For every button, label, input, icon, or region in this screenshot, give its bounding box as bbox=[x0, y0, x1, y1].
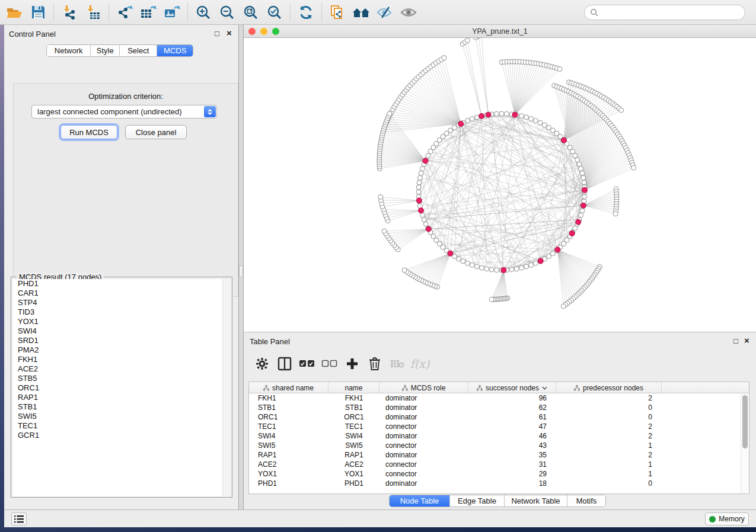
table-row[interactable]: SWI5SWI5connector431 bbox=[249, 441, 749, 450]
network-ring-node[interactable] bbox=[538, 120, 543, 125]
import-table-button[interactable] bbox=[81, 2, 105, 23]
network-window-titlebar[interactable]: YPA_prune.txt_1 bbox=[244, 25, 756, 38]
table-row[interactable]: SWI4SWI4dominator462 bbox=[249, 431, 749, 441]
mcds-result-item[interactable]: PHD1 bbox=[12, 279, 224, 289]
column-header-name[interactable]: name bbox=[328, 382, 379, 393]
network-leaf-node[interactable] bbox=[442, 56, 446, 60]
show-all-button[interactable] bbox=[397, 2, 420, 23]
mcds-list-scrollbar[interactable] bbox=[222, 279, 231, 496]
export-table-button[interactable] bbox=[136, 2, 160, 23]
network-ring-node[interactable] bbox=[582, 194, 587, 199]
network-hub-node[interactable] bbox=[448, 251, 453, 256]
network-ring-node[interactable] bbox=[504, 111, 509, 116]
vertical-splitter-grip[interactable] bbox=[239, 265, 243, 277]
network-ring-node[interactable] bbox=[519, 265, 524, 270]
network-ring-node[interactable] bbox=[524, 115, 529, 120]
network-hub-node[interactable] bbox=[512, 112, 518, 117]
network-hub-node[interactable] bbox=[423, 158, 428, 164]
export-image-button[interactable] bbox=[160, 2, 184, 23]
network-hub-node[interactable] bbox=[576, 219, 581, 225]
tab-edge-table[interactable]: Edge Table bbox=[450, 495, 505, 507]
network-hub-node[interactable] bbox=[555, 247, 560, 252]
network-ring-node[interactable] bbox=[524, 264, 529, 269]
network-ring-node[interactable] bbox=[577, 162, 582, 166]
column-header-shared-name[interactable]: shared name bbox=[249, 382, 328, 393]
delete-column-button[interactable] bbox=[366, 355, 384, 373]
network-hub-node[interactable] bbox=[580, 203, 586, 208]
network-ring-node[interactable] bbox=[529, 262, 534, 267]
network-ring-node[interactable] bbox=[580, 171, 585, 175]
table-row[interactable]: FKH1FKH1dominator962 bbox=[249, 393, 749, 403]
zoom-selected-button[interactable] bbox=[263, 2, 286, 23]
network-hub-node[interactable] bbox=[486, 112, 491, 117]
network-leaf-node[interactable] bbox=[465, 38, 470, 43]
mcds-result-item[interactable]: ACE2 bbox=[12, 364, 224, 374]
close-panel-icon[interactable]: × bbox=[227, 28, 232, 38]
network-ring-node[interactable] bbox=[479, 265, 484, 270]
zoom-fit-button[interactable] bbox=[239, 2, 263, 23]
tab-network[interactable]: Network bbox=[47, 45, 91, 56]
mcds-result-item[interactable]: CAR1 bbox=[12, 289, 224, 298]
network-ring-node[interactable] bbox=[581, 175, 586, 180]
network-ring-node[interactable] bbox=[519, 114, 524, 118]
network-ring-node[interactable] bbox=[579, 213, 583, 217]
network-ring-node[interactable] bbox=[484, 267, 489, 271]
open-session-button[interactable] bbox=[2, 2, 26, 23]
network-ring-node[interactable] bbox=[419, 171, 423, 175]
export-network-button[interactable] bbox=[113, 2, 136, 23]
mcds-result-item[interactable]: SRD1 bbox=[12, 336, 224, 345]
mcds-result-item[interactable]: YOX1 bbox=[12, 317, 224, 326]
column-header-successor-nodes[interactable]: successor nodes bbox=[468, 382, 556, 393]
network-ring-node[interactable] bbox=[465, 118, 470, 123]
network-ring-node[interactable] bbox=[461, 259, 465, 264]
optimization-criterion-select[interactable]: largest connected component (undirected) bbox=[31, 105, 217, 118]
mcds-result-item[interactable]: STP4 bbox=[12, 298, 224, 307]
add-column-button[interactable] bbox=[343, 355, 361, 373]
first-neighbors-button[interactable] bbox=[349, 2, 373, 23]
network-leaf-node[interactable] bbox=[557, 67, 562, 72]
mcds-result-item[interactable]: ORC1 bbox=[12, 383, 224, 393]
column-header-mcds-role[interactable]: MCDS role bbox=[379, 382, 468, 393]
duplicate-network-button[interactable] bbox=[326, 2, 349, 23]
mcds-result-item[interactable]: SWI4 bbox=[12, 326, 224, 336]
refresh-layout-button[interactable] bbox=[294, 2, 318, 23]
tab-style[interactable]: Style bbox=[91, 45, 120, 56]
network-leaf-node[interactable] bbox=[561, 304, 566, 309]
tab-select[interactable]: Select bbox=[120, 45, 157, 56]
network-ring-node[interactable] bbox=[514, 267, 519, 271]
network-hub-node[interactable] bbox=[426, 226, 431, 232]
network-ring-node[interactable] bbox=[575, 158, 580, 162]
network-hub-node[interactable] bbox=[416, 198, 422, 203]
network-ring-node[interactable] bbox=[420, 166, 425, 171]
network-ring-node[interactable] bbox=[547, 254, 551, 259]
network-ring-node[interactable] bbox=[489, 267, 494, 272]
network-ring-node[interactable] bbox=[495, 268, 499, 273]
network-hub-node[interactable] bbox=[418, 208, 423, 213]
network-ring-node[interactable] bbox=[470, 262, 474, 267]
network-hub-node[interactable] bbox=[538, 258, 543, 264]
save-session-button[interactable] bbox=[26, 2, 50, 23]
network-ring-node[interactable] bbox=[417, 180, 422, 185]
table-scrollbar-thumb[interactable] bbox=[742, 395, 748, 448]
network-hub-node[interactable] bbox=[582, 187, 587, 193]
table-row[interactable]: TEC1TEC1connector472 bbox=[249, 422, 749, 431]
memory-button[interactable]: Memory bbox=[705, 512, 749, 525]
float-table-panel-icon[interactable]: □ bbox=[733, 336, 738, 345]
network-ring-node[interactable] bbox=[470, 117, 474, 121]
zoom-in-button[interactable] bbox=[192, 2, 215, 23]
table-scrollbar[interactable] bbox=[741, 394, 749, 494]
mcds-result-item[interactable]: GCR1 bbox=[12, 431, 224, 440]
network-leaf-node[interactable] bbox=[619, 108, 624, 113]
float-panel-icon[interactable]: □ bbox=[215, 29, 219, 38]
network-hub-node[interactable] bbox=[562, 137, 567, 143]
mcds-result-item[interactable]: STB1 bbox=[12, 402, 224, 412]
mcds-result-item[interactable]: RAP1 bbox=[12, 393, 224, 402]
mcds-result-item[interactable]: SWI5 bbox=[12, 412, 224, 421]
tab-motifs[interactable]: Motifs bbox=[567, 495, 605, 507]
network-ring-node[interactable] bbox=[474, 115, 479, 120]
network-ring-node[interactable] bbox=[580, 209, 585, 213]
network-canvas[interactable] bbox=[244, 38, 756, 332]
tab-network-table[interactable]: Network Table bbox=[505, 495, 567, 507]
network-ring-node[interactable] bbox=[416, 185, 421, 190]
network-ring-node[interactable] bbox=[542, 123, 547, 127]
